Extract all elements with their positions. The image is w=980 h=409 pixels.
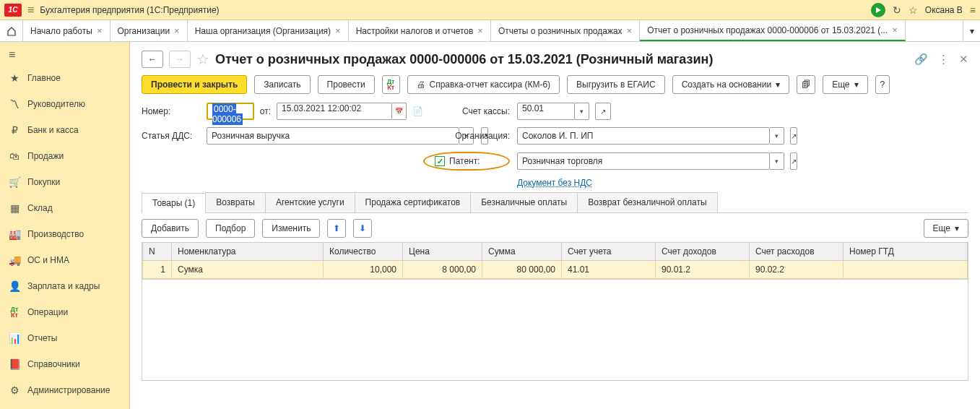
more-button[interactable]: Еще▾: [823, 75, 867, 94]
section-tab[interactable]: Возврат безналичной оплаты: [577, 192, 717, 212]
history-icon[interactable]: ↻: [893, 4, 901, 16]
sidebar-item[interactable]: 📕Справочники: [0, 351, 129, 377]
org-open[interactable]: ↗: [790, 127, 797, 145]
patent-dd[interactable]: ▾: [770, 152, 784, 170]
patent-checkbox[interactable]: ✓: [435, 156, 445, 166]
doc-tab[interactable]: Начало работы×: [23, 20, 110, 41]
doc-tab[interactable]: Настройки налогов и отчетов×: [349, 20, 491, 41]
table-header[interactable]: Сумма: [482, 243, 562, 261]
sidebar-item[interactable]: ▦Склад: [0, 195, 129, 221]
attachments-button[interactable]: 🗐: [797, 75, 815, 94]
close-icon[interactable]: ×: [174, 25, 180, 36]
sidebar-item[interactable]: ₽Банк и касса: [0, 117, 129, 143]
sidebar-item[interactable]: ★Главное: [0, 65, 129, 91]
sidebar-item[interactable]: ⚙Администрирование: [0, 377, 129, 403]
nav-back-button[interactable]: ←: [142, 51, 163, 68]
table-header[interactable]: Номер ГТД: [844, 243, 968, 261]
close-icon[interactable]: ×: [477, 25, 483, 36]
window-menu-icon[interactable]: ≡: [970, 4, 976, 16]
cash-account-open[interactable]: ↗: [595, 103, 611, 120]
sidebar-item[interactable]: 🛍Продажи: [0, 143, 129, 169]
number-input[interactable]: 0000-000006: [207, 103, 254, 120]
table-header[interactable]: Счет расходов: [750, 243, 844, 261]
pick-button[interactable]: Подбор: [206, 219, 255, 238]
ruble-icon: ₽: [9, 124, 20, 136]
add-button[interactable]: Добавить: [142, 219, 199, 238]
sidebar-item[interactable]: 📊Отчеты: [0, 325, 129, 351]
km6-button[interactable]: 🖨Справка-отчет кассира (КМ-6): [407, 75, 560, 94]
create-based-button[interactable]: Создать на основании▾: [672, 75, 790, 94]
nav-forward-button[interactable]: →: [169, 51, 191, 68]
cash-account-input[interactable]: 50.01: [517, 103, 575, 120]
sidebar-item-label: Покупки: [27, 177, 60, 187]
sidebar-item-label: Главное: [27, 73, 61, 83]
move-down-button[interactable]: ⬇: [353, 219, 372, 238]
close-icon[interactable]: ×: [892, 25, 898, 35]
section-tab[interactable]: Агентские услуги: [265, 192, 355, 212]
cash-account-dd[interactable]: ▾: [575, 103, 589, 120]
patent-open[interactable]: ↗: [790, 152, 797, 170]
doc-tab[interactable]: Отчеты о розничных продажах×: [491, 20, 640, 41]
section-tab[interactable]: Безналичные оплаты: [470, 192, 578, 212]
close-icon[interactable]: ×: [97, 25, 103, 36]
close-icon[interactable]: ×: [335, 25, 341, 36]
dds-input[interactable]: Розничная выручка: [207, 127, 459, 145]
sidebar-item[interactable]: 〽Руководителю: [0, 91, 129, 117]
org-dd[interactable]: ▾: [770, 127, 784, 145]
table-header[interactable]: Количество: [324, 243, 403, 261]
main-menu-icon[interactable]: ≡: [27, 4, 34, 17]
close-icon[interactable]: ✕: [959, 53, 968, 66]
help-button[interactable]: ?: [875, 75, 890, 94]
table-header[interactable]: N: [143, 243, 172, 261]
section-tab[interactable]: Продажа сертификатов: [355, 192, 472, 212]
main-area: ← → ☆ Отчет о розничных продажах 0000-00…: [130, 42, 980, 409]
table-header[interactable]: Номенклатура: [172, 243, 324, 261]
table-header[interactable]: Счет доходов: [656, 243, 750, 261]
from-label: от:: [260, 106, 271, 116]
page-title: Отчет о розничных продажах 0000-000006 о…: [215, 52, 713, 67]
patent-input[interactable]: Розничная торговля: [517, 152, 770, 170]
table-header[interactable]: Цена: [403, 243, 482, 261]
sidebar-item-label: Руководителю: [27, 99, 85, 109]
truck-icon: 🚚: [9, 254, 20, 266]
sidebar-item[interactable]: 👤Зарплата и кадры: [0, 273, 129, 299]
doc-tab[interactable]: Организации×: [110, 20, 188, 41]
post-and-close-button[interactable]: Провести и закрыть: [142, 75, 247, 94]
egais-button[interactable]: Выгрузить в ЕГАИС: [567, 75, 665, 94]
favorite-star-icon[interactable]: ☆: [196, 51, 209, 68]
sidebar-item[interactable]: ДтКтОперации: [0, 299, 129, 325]
tabs-dropdown[interactable]: ▾: [963, 20, 980, 41]
doc-tab[interactable]: Наша организация (Организация)×: [188, 20, 349, 41]
doc-tab[interactable]: Отчет о розничных продажах 0000-000006 о…: [640, 20, 906, 41]
home-tab[interactable]: [0, 20, 23, 41]
close-icon[interactable]: ×: [627, 25, 633, 36]
post-button[interactable]: Провести: [318, 75, 375, 94]
user-name[interactable]: Оксана В: [925, 5, 963, 15]
vat-link[interactable]: Документ без НДС: [517, 178, 592, 188]
sidebar-item[interactable]: 🚚ОС и НМА: [0, 247, 129, 273]
sidebar-item-label: Отчеты: [27, 333, 57, 343]
sidebar-toggle[interactable]: ≡: [0, 45, 129, 65]
dtkt-button[interactable]: ДтКт: [382, 75, 400, 94]
table-row[interactable]: 1Сумка10,0008 000,0080 000,0041.0190.01.…: [143, 261, 968, 279]
section-tab[interactable]: Возвраты: [205, 192, 266, 212]
run-icon[interactable]: [871, 3, 885, 17]
change-button[interactable]: Изменить: [262, 219, 320, 238]
date-input[interactable]: 15.03.2021 12:00:02: [277, 103, 392, 120]
bars-icon: 📊: [9, 332, 20, 344]
table-more-button[interactable]: Еще▾: [924, 219, 968, 238]
more-vertical-icon[interactable]: ⋮: [938, 53, 949, 66]
sidebar-item[interactable]: 🏭Производство: [0, 221, 129, 247]
document-tabs-bar: Начало работы×Организации×Наша организац…: [0, 20, 980, 42]
link-icon[interactable]: 🔗: [914, 53, 928, 66]
bag-icon: 🛍: [9, 150, 20, 162]
calendar-icon[interactable]: 📅: [392, 103, 407, 120]
section-tab[interactable]: Товары (1): [142, 193, 206, 213]
move-up-button[interactable]: ⬆: [327, 219, 346, 238]
favorite-icon[interactable]: ☆: [909, 4, 918, 16]
dds-label: Статья ДДС:: [142, 131, 207, 141]
sidebar-item[interactable]: 🛒Покупки: [0, 169, 129, 195]
table-header[interactable]: Счет учета: [562, 243, 656, 261]
write-button[interactable]: Записать: [254, 75, 310, 94]
org-input[interactable]: Соколов И. П. ИП: [517, 127, 770, 145]
